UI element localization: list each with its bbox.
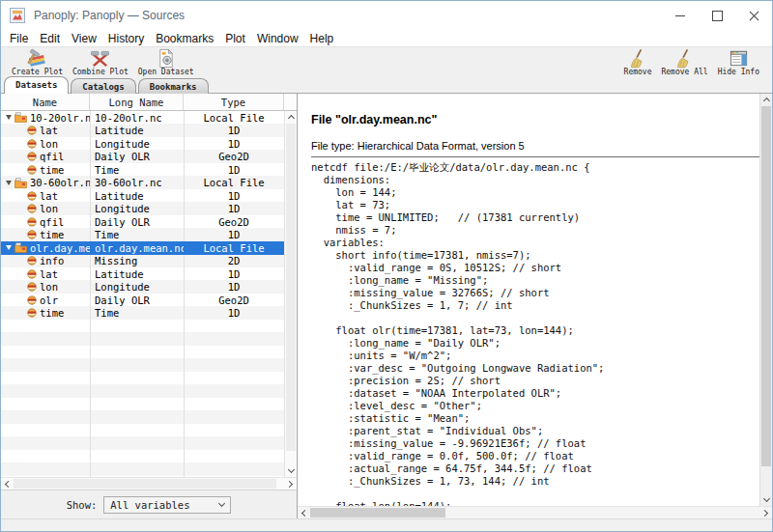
divider (311, 156, 759, 157)
tree-row-lat[interactable]: latLatitude1D (1, 125, 284, 138)
tree-rows: 10-20olr.nc10-20olr.ncLocal FilelatLatit… (1, 111, 284, 477)
tree-vertical-scrollbar[interactable] (284, 111, 297, 477)
variable-name-text: lat (40, 125, 58, 136)
hide-info-button[interactable]: Hide Info (715, 48, 762, 76)
create-plot-button[interactable]: Create Plot (9, 48, 66, 76)
variable-name-text: lon (40, 203, 58, 214)
tree-row-info[interactable]: infoMissing2D (1, 255, 284, 268)
tree-hscroll-track[interactable] (14, 478, 284, 490)
column-header-type[interactable]: Type (184, 94, 284, 110)
show-label: Show: (67, 499, 98, 511)
menu-item-plot[interactable]: Plot (219, 32, 251, 45)
tree-row-time[interactable]: timeTime1D (1, 163, 284, 177)
variable-icon (27, 152, 37, 161)
scroll-down-icon[interactable] (285, 464, 298, 477)
menu-item-history[interactable]: History (102, 32, 150, 45)
tree-row-qfil[interactable]: qfilDaily OLRGeo2D (1, 151, 284, 164)
toolbar: Create PlotCombine PlotOpen Dataset Remo… (1, 47, 772, 76)
tree-cell-long-name: Latitude (90, 125, 184, 138)
variable-icon (27, 126, 37, 135)
tool-label: Remove (624, 68, 652, 76)
remove-button[interactable]: Remove (621, 48, 655, 76)
panoply-app-icon (10, 8, 25, 23)
variable-name-text: qfil (40, 151, 64, 162)
scroll-right-icon[interactable] (759, 507, 772, 519)
tree-vscroll-track[interactable] (285, 124, 297, 464)
main-area: Name Long Name Type 10-20olr.nc10-20olr.… (1, 94, 772, 518)
tree-cell-long-name: Longitude (90, 203, 184, 216)
info-vscroll-thumb[interactable] (761, 106, 771, 466)
tab-catalogs[interactable]: Catalogs (71, 78, 135, 94)
maximize-button[interactable] (699, 1, 735, 30)
scroll-down-icon[interactable] (760, 493, 773, 506)
tree-row-lat[interactable]: latLatitude1D (1, 189, 284, 203)
scroll-right-icon[interactable] (284, 478, 297, 490)
tree-cell-name: qfil (1, 215, 90, 229)
tree-hscroll-thumb[interactable] (14, 479, 276, 489)
info-hscroll-track[interactable] (310, 507, 759, 518)
tree-row-qfil[interactable]: qfilDaily OLRGeo2D (1, 215, 284, 229)
info-vscroll-track[interactable] (760, 106, 772, 493)
info-horizontal-scrollbar[interactable] (298, 506, 772, 518)
tree-row-time[interactable]: timeTime1D (1, 307, 284, 321)
minimize-button[interactable] (662, 1, 699, 30)
scroll-up-icon[interactable] (760, 94, 773, 106)
tree-cell-type: 1D (184, 229, 284, 242)
tool-label: Hide Info (718, 68, 759, 76)
info-hscroll-thumb[interactable] (310, 508, 445, 518)
info-panel-content: File "olr.day.mean.nc" File type: Hierar… (298, 94, 759, 506)
tree-cell-type: 1D (184, 137, 284, 151)
expand-triangle-icon[interactable] (6, 245, 12, 250)
close-button[interactable] (735, 1, 772, 30)
expand-triangle-icon[interactable] (6, 115, 12, 120)
tree-row-30-60olr-nc[interactable]: 30-60olr.nc30-60olr.ncLocal File (1, 177, 284, 190)
tree-horizontal-scrollbar[interactable] (1, 477, 297, 490)
tree-cell-name: 30-60olr.nc (1, 177, 90, 190)
variable-icon (27, 204, 37, 213)
tree-cell-name: lon (1, 203, 90, 216)
tab-bookmarks[interactable]: Bookmarks (138, 78, 209, 94)
window-controls (662, 1, 772, 30)
scroll-up-icon[interactable] (285, 111, 298, 124)
menu-item-file[interactable]: File (4, 32, 34, 45)
combine-plot-button[interactable]: Combine Plot (70, 48, 131, 76)
info-vertical-scrollbar[interactable] (759, 94, 772, 506)
tree-row-olr-day-mea-[interactable]: olr.day.mea...olr.day.mean.ncLocal File (1, 241, 284, 255)
tree-vscroll-thumb[interactable] (286, 124, 296, 451)
scroll-left-icon[interactable] (298, 507, 310, 519)
info-panel-body: File "olr.day.mean.nc" File type: Hierar… (298, 94, 772, 506)
column-header-name[interactable]: Name (1, 94, 90, 110)
tree-cell-long-name: Longitude (90, 137, 184, 151)
tree-row-lon[interactable]: lonLongitude1D (1, 203, 284, 216)
column-header-long-name[interactable]: Long Name (90, 94, 184, 110)
create-plot-icon (27, 48, 47, 69)
tree-cell-long-name: Time (90, 163, 184, 177)
tree-cell-type: Geo2D (184, 215, 284, 229)
tree-cell-long-name: 30-60olr.nc (90, 177, 184, 190)
show-variables-dropdown[interactable]: All variables (103, 496, 231, 514)
menu-item-edit[interactable]: Edit (34, 32, 66, 45)
menu-item-window[interactable]: Window (251, 32, 304, 45)
tree-row-lon[interactable]: lonLongitude1D (1, 281, 284, 294)
tree-cell-type: 1D (184, 163, 284, 177)
menu-item-help[interactable]: Help (304, 32, 340, 45)
tree-row-lon[interactable]: lonLongitude1D (1, 137, 284, 151)
menu-item-view[interactable]: View (66, 32, 102, 45)
menu-item-bookmarks[interactable]: Bookmarks (150, 32, 219, 45)
tab-datasets[interactable]: Datasets (4, 76, 69, 94)
open-dataset-button[interactable]: Open Dataset (135, 48, 197, 76)
show-dropdown-value: All variables (110, 499, 189, 511)
tree-row-olr[interactable]: olrDaily OLRGeo2D (1, 294, 284, 307)
datasets-panel: Name Long Name Type 10-20olr.nc10-20olr.… (1, 94, 298, 518)
scroll-left-icon[interactable] (1, 478, 14, 490)
expand-triangle-icon[interactable] (6, 181, 12, 185)
tree-row-time[interactable]: timeTime1D (1, 229, 284, 242)
tree-row-10-20olr-nc[interactable]: 10-20olr.nc10-20olr.ncLocal File (1, 111, 284, 125)
tree-cell-long-name: Longitude (90, 281, 184, 294)
tree-cell-long-name: 10-20olr.nc (90, 111, 184, 125)
tree-cell-name: info (1, 255, 90, 268)
window-title: Panoply: Panoply — Sources (34, 9, 662, 22)
remove-all-button[interactable]: Remove All (658, 48, 710, 76)
tree-row-lat[interactable]: latLatitude1D (1, 267, 284, 281)
tree-cell-name: time (1, 163, 90, 177)
